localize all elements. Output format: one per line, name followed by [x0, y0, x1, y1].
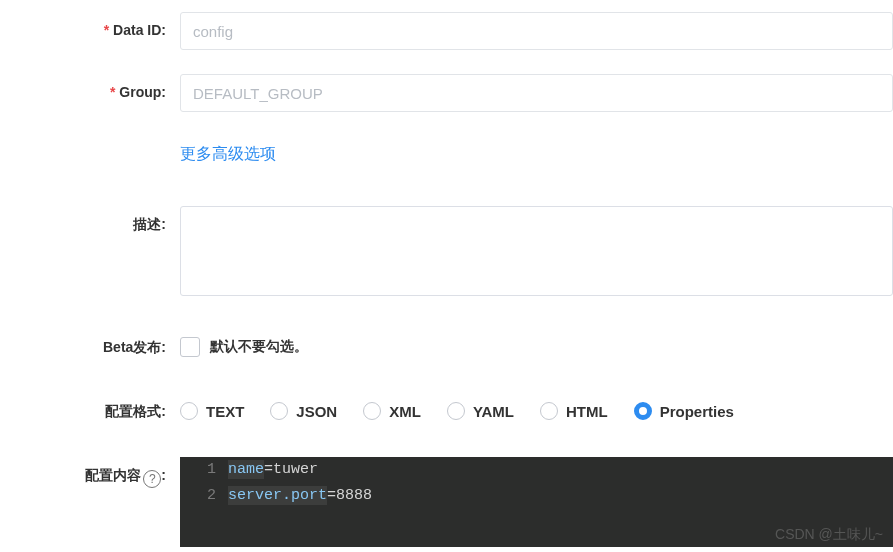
code-text: server.port=8888 [228, 483, 372, 509]
format-radio-yaml[interactable]: YAML [447, 402, 514, 420]
row-beta: Beta发布: 默认不要勾选。 [0, 329, 893, 365]
radio-label: JSON [296, 403, 337, 420]
radio-icon [540, 402, 558, 420]
label-data-id: *Data ID: [0, 12, 180, 48]
help-icon[interactable]: ? [143, 470, 161, 488]
editor-line: 2server.port=8888 [180, 483, 893, 509]
label-content: 配置内容?: [0, 457, 180, 493]
beta-checkbox[interactable] [180, 337, 200, 357]
config-form: *Data ID: *Group: 更多高级选项 描述: Beta发布: 默认不… [0, 0, 893, 547]
row-desc: 描述: [0, 206, 893, 299]
advanced-options-link[interactable]: 更多高级选项 [180, 136, 276, 172]
line-number: 1 [180, 457, 228, 483]
row-content: 配置内容?: 1name=tuwer2server.port=8888 [0, 457, 893, 547]
label-desc: 描述: [0, 206, 180, 242]
editor-line: 1name=tuwer [180, 457, 893, 483]
format-radio-xml[interactable]: XML [363, 402, 421, 420]
group-input[interactable] [180, 74, 893, 112]
radio-icon [270, 402, 288, 420]
code-editor[interactable]: 1name=tuwer2server.port=8888 [180, 457, 893, 547]
beta-checkbox-label: 默认不要勾选。 [210, 338, 308, 356]
row-advanced: 更多高级选项 [0, 136, 893, 172]
format-radio-html[interactable]: HTML [540, 402, 608, 420]
radio-icon [180, 402, 198, 420]
radio-icon [634, 402, 652, 420]
row-format: 配置格式: TEXTJSONXMLYAMLHTMLProperties [0, 393, 893, 429]
radio-label: TEXT [206, 403, 244, 420]
required-star-icon: * [104, 22, 109, 38]
radio-label: HTML [566, 403, 608, 420]
radio-label: YAML [473, 403, 514, 420]
required-star-icon: * [110, 84, 115, 100]
format-radio-text[interactable]: TEXT [180, 402, 244, 420]
row-group: *Group: [0, 74, 893, 112]
label-group: *Group: [0, 74, 180, 110]
radio-label: XML [389, 403, 421, 420]
code-text: name=tuwer [228, 457, 318, 483]
radio-icon [363, 402, 381, 420]
format-radio-group: TEXTJSONXMLYAMLHTMLProperties [180, 393, 893, 429]
radio-icon [447, 402, 465, 420]
desc-textarea[interactable] [180, 206, 893, 296]
format-radio-json[interactable]: JSON [270, 402, 337, 420]
format-radio-properties[interactable]: Properties [634, 402, 734, 420]
data-id-input[interactable] [180, 12, 893, 50]
line-number: 2 [180, 483, 228, 509]
row-data-id: *Data ID: [0, 12, 893, 50]
label-format: 配置格式: [0, 393, 180, 429]
radio-label: Properties [660, 403, 734, 420]
label-beta: Beta发布: [0, 329, 180, 365]
